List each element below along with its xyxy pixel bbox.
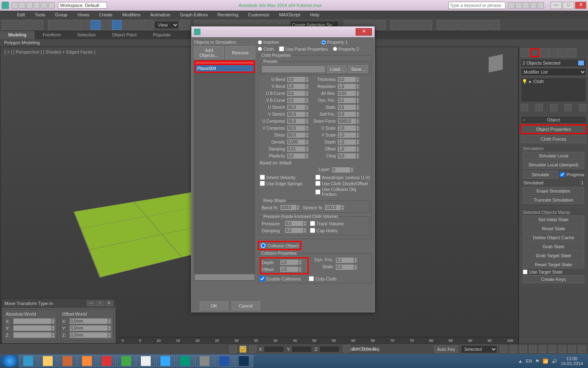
cloth-depth-checkbox[interactable]: [315, 181, 321, 186]
workspace-dropdown[interactable]: Workspace: Default: [58, 2, 107, 9]
save-button[interactable]: Save...: [348, 65, 368, 73]
repulsion-input[interactable]: [338, 84, 356, 89]
off-z-input[interactable]: [70, 332, 107, 338]
taskbar-word-icon[interactable]: [215, 355, 234, 367]
taskbar-app-icon[interactable]: [58, 355, 77, 367]
ref-coord-dropdown[interactable]: View: [154, 21, 179, 29]
move-dlg-titlebar[interactable]: Move Transform Type-In —□✕: [2, 299, 116, 308]
object-properties-button[interactable]: Object Properties: [521, 124, 586, 134]
v-bcurve-input[interactable]: [287, 98, 305, 103]
nav-icon[interactable]: [559, 346, 566, 353]
tray-flag-icon[interactable]: ⚑: [535, 359, 539, 364]
grab-state-button[interactable]: Grab State: [523, 242, 584, 251]
progress-checkbox[interactable]: [560, 172, 565, 177]
simulate-local-damped-button[interactable]: Simulate Local (damped): [523, 161, 584, 169]
tag-icon[interactable]: [343, 345, 350, 352]
tool-icon[interactable]: [133, 20, 143, 30]
cuts-cloth-checkbox[interactable]: [309, 276, 314, 281]
stack-icon[interactable]: [579, 104, 586, 111]
tray-lang[interactable]: EN: [526, 359, 532, 364]
taskbar-ie-icon[interactable]: [19, 355, 38, 367]
ribbon-tab-selection[interactable]: Selection: [69, 31, 104, 39]
c-depth-input[interactable]: [280, 260, 298, 265]
x-coord-input[interactable]: [264, 346, 284, 352]
shear-input[interactable]: [287, 132, 305, 138]
taskbar-app-icon[interactable]: [136, 355, 155, 367]
tool-icon[interactable]: [448, 20, 457, 30]
taskbar-firefox-icon[interactable]: [78, 355, 96, 367]
thickness-input[interactable]: [338, 77, 356, 82]
add-objects-button[interactable]: Add Objects...: [194, 46, 224, 59]
qa-icon[interactable]: [19, 2, 25, 9]
remove-button[interactable]: Remove: [225, 46, 255, 59]
taskbar-3dsmax-icon[interactable]: [176, 355, 194, 367]
use-panel-checkbox[interactable]: [279, 46, 284, 52]
stack-icon[interactable]: [535, 104, 543, 111]
tool-icon[interactable]: [144, 20, 154, 30]
tool-icon[interactable]: [412, 20, 421, 30]
play-next-icon[interactable]: [529, 346, 537, 353]
play-prev-icon[interactable]: [510, 346, 517, 353]
list-scrollbar[interactable]: [194, 274, 255, 280]
ribbon-tab-modeling[interactable]: Modeling: [0, 31, 35, 39]
nav-icon[interactable]: [568, 346, 576, 353]
create-tab-icon[interactable]: [521, 48, 530, 57]
modify-tab-icon[interactable]: [530, 48, 539, 57]
enable-collisions-checkbox[interactable]: [260, 276, 265, 281]
air-res-input[interactable]: [338, 91, 356, 96]
edge-springs-checkbox[interactable]: [260, 181, 265, 186]
play-start-icon[interactable]: [500, 346, 507, 353]
ribbon-tab-freeform[interactable]: Freeform: [35, 31, 69, 39]
menu-modifiers[interactable]: Modifiers: [117, 11, 145, 18]
taskbar-photoshop-icon[interactable]: [234, 355, 253, 367]
damping-input[interactable]: [287, 146, 305, 152]
abs-x-input[interactable]: [13, 319, 51, 324]
tool-icon[interactable]: [59, 20, 69, 30]
create-keys-button[interactable]: Create Keys: [523, 275, 584, 283]
simulate-button[interactable]: Simulate: [523, 171, 558, 179]
c-static-input[interactable]: [336, 265, 354, 270]
self-fric-input[interactable]: [338, 112, 356, 117]
bend-pct-input[interactable]: [281, 205, 296, 210]
u-bend-input[interactable]: [287, 77, 305, 82]
stack-icon[interactable]: [521, 104, 528, 111]
tool-icon[interactable]: [422, 20, 432, 30]
menu-views[interactable]: Views: [72, 11, 94, 18]
key-mode-dropdown[interactable]: Selected: [461, 345, 497, 353]
tool-icon[interactable]: [180, 20, 189, 30]
help-icon[interactable]: [537, 2, 544, 9]
abs-z-input[interactable]: [13, 332, 51, 338]
truncate-simulation-button[interactable]: Truncate Simulation: [523, 196, 584, 204]
cancel-button[interactable]: Cancel: [232, 301, 260, 310]
track-volume-checkbox[interactable]: [310, 221, 315, 226]
move-dlg-close[interactable]: ✕: [105, 301, 113, 306]
tray-clock[interactable]: 13:0014.03.2014: [561, 356, 583, 366]
qa-icon[interactable]: [26, 2, 33, 9]
help-icon[interactable]: [515, 2, 522, 9]
menu-help[interactable]: Help: [305, 11, 325, 18]
tool-icon[interactable]: [23, 20, 33, 30]
pressure-input[interactable]: [285, 221, 303, 226]
delete-cache-button[interactable]: Delete Object Cache: [523, 233, 584, 242]
move-tool-icon[interactable]: [112, 20, 122, 30]
tool-icon[interactable]: [33, 20, 43, 30]
density-input[interactable]: [287, 139, 305, 145]
modifier-stack[interactable]: 💡▸Cloth: [521, 78, 586, 102]
y-coord-input[interactable]: [292, 346, 312, 352]
qa-icon[interactable]: [11, 2, 18, 9]
tool-icon[interactable]: [458, 20, 468, 30]
qa-icon[interactable]: [41, 2, 47, 9]
display-tab-icon[interactable]: [558, 48, 567, 57]
p-damping-input[interactable]: [285, 228, 303, 233]
move-dlg-max[interactable]: □: [96, 301, 104, 306]
use-target-state-checkbox[interactable]: [523, 269, 528, 274]
property1-radio[interactable]: [321, 40, 326, 45]
tool-icon[interactable]: [12, 20, 22, 30]
taskbar-explorer-icon[interactable]: [38, 355, 57, 367]
tool-icon[interactable]: [69, 20, 79, 30]
play-end-icon[interactable]: [539, 346, 546, 353]
v-bend-input[interactable]: [287, 84, 305, 89]
menu-create[interactable]: Create: [94, 11, 117, 18]
menu-maxscript[interactable]: MAXScript: [274, 11, 305, 18]
tool-icon[interactable]: [401, 20, 411, 30]
